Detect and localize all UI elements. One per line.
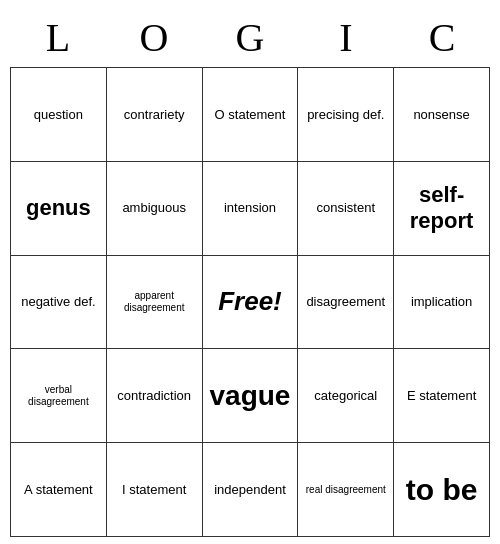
cell-r0-c1: contrariety	[107, 68, 203, 162]
header-letter-g: G	[202, 7, 298, 67]
cell-r2-c0: negative def.	[11, 256, 107, 350]
cell-r4-c4: to be	[394, 443, 490, 537]
cell-r1-c2: intension	[203, 162, 299, 256]
cell-r4-c0: A statement	[11, 443, 107, 537]
header-letter-o: O	[106, 7, 202, 67]
cell-r2-c4: implication	[394, 256, 490, 350]
cell-r2-c1: apparent disagreement	[107, 256, 203, 350]
cell-r2-c2: Free!	[203, 256, 299, 350]
cell-r0-c3: precising def.	[298, 68, 394, 162]
cell-r2-c3: disagreement	[298, 256, 394, 350]
cell-r4-c1: I statement	[107, 443, 203, 537]
cell-r1-c1: ambiguous	[107, 162, 203, 256]
cell-r3-c2: vague	[203, 349, 299, 443]
cell-r1-c3: consistent	[298, 162, 394, 256]
cell-r1-c4: self-report	[394, 162, 490, 256]
bingo-card: LOGIC questioncontrarietyO statementprec…	[10, 7, 490, 537]
cell-r3-c3: categorical	[298, 349, 394, 443]
cell-r4-c3: real disagreement	[298, 443, 394, 537]
cell-r3-c4: E statement	[394, 349, 490, 443]
cell-r1-c0: genus	[11, 162, 107, 256]
cell-r4-c2: independent	[203, 443, 299, 537]
cell-r3-c1: contradiction	[107, 349, 203, 443]
header-letter-l: L	[10, 7, 106, 67]
header-letter-i: I	[298, 7, 394, 67]
header-letter-c: C	[394, 7, 490, 67]
cell-r0-c0: question	[11, 68, 107, 162]
cell-r0-c4: nonsense	[394, 68, 490, 162]
cell-r0-c2: O statement	[203, 68, 299, 162]
cell-r3-c0: verbal disagreement	[11, 349, 107, 443]
bingo-header: LOGIC	[10, 7, 490, 67]
bingo-grid: questioncontrarietyO statementprecising …	[10, 67, 490, 537]
